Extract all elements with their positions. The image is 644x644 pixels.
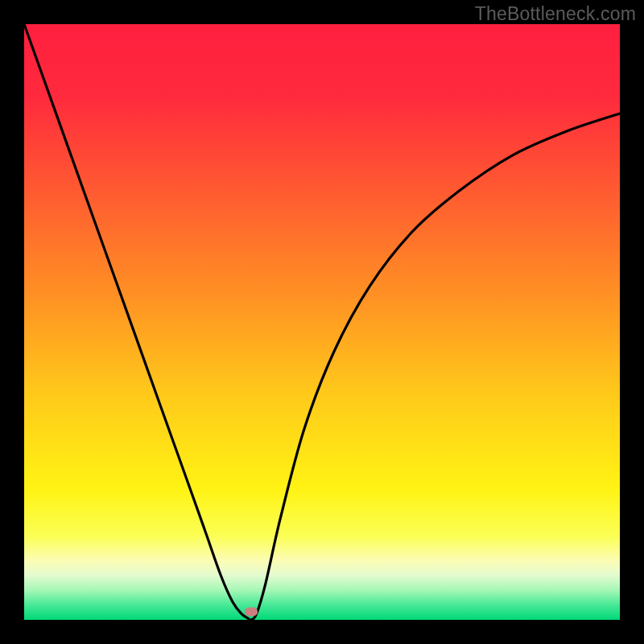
chart-frame: TheBottleneck.com bbox=[0, 0, 644, 644]
optimal-marker bbox=[245, 608, 258, 617]
plot-area bbox=[24, 24, 620, 620]
bottleneck-curve bbox=[24, 24, 620, 620]
watermark-label: TheBottleneck.com bbox=[475, 3, 636, 25]
